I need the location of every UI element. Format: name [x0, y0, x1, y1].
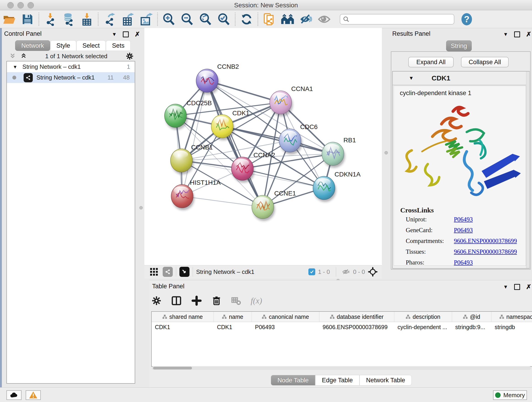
refresh-button[interactable] [237, 12, 256, 27]
node-CCNB2[interactable]: CCNB2 [196, 63, 239, 95]
tab-sets[interactable]: Sets [106, 40, 131, 51]
zoom-out-button[interactable] [178, 12, 196, 27]
panel-close-icon[interactable]: ✗ [526, 31, 531, 38]
zoom-selected-button[interactable] [215, 12, 233, 27]
crosshair-icon[interactable] [368, 267, 378, 277]
expand-all-button[interactable]: Expand All [408, 57, 454, 67]
node-CCNA1[interactable]: CCNA1 [270, 85, 313, 116]
network-collection-row[interactable]: ▼ String Network – cdk1 1 [7, 61, 135, 72]
crosslink-value-link[interactable]: 9606.ENSP00000378699 [454, 237, 517, 245]
export-table-button[interactable] [119, 12, 137, 27]
show-columns-icon[interactable] [171, 295, 182, 306]
export-network-button[interactable] [100, 12, 119, 27]
crosslink-value-link[interactable]: P06493 [454, 227, 473, 234]
documents-share-icon [263, 13, 276, 26]
node-CDKN1A[interactable]: CDKN1A [313, 171, 361, 202]
results-scrollbar-track[interactable] [526, 71, 530, 268]
grid-view-icon[interactable] [149, 267, 158, 276]
collapse-all-button[interactable]: Collapse All [461, 57, 509, 67]
crosslink-row: Uniprot:P06493 [406, 216, 526, 223]
table-cell[interactable]: CDK1 [152, 322, 214, 332]
search-input[interactable] [340, 14, 454, 25]
tab-string[interactable]: String [446, 40, 472, 51]
table-cell[interactable]: P06493 [252, 322, 319, 332]
table-cell[interactable]: stringdb:9... [452, 322, 491, 332]
column-header-database-identifier[interactable]: database identifier [319, 312, 394, 322]
expand-all-chevrons-icon[interactable] [9, 53, 16, 60]
network-canvas[interactable]: CCNB2CCNA1CDC25BCDK1CDC6RB1CCNB1CCNA2CDK… [144, 28, 382, 265]
gear-icon[interactable] [151, 295, 162, 306]
node-HIST1H1A[interactable]: HIST1H1A [171, 179, 221, 210]
node-table[interactable]: shared namenamecanonical namedatabase id… [151, 311, 532, 367]
hide-selected-button[interactable] [297, 12, 315, 27]
panel-collapse-icon[interactable]: ▼ [503, 284, 508, 289]
add-column-icon[interactable] [191, 295, 202, 306]
node-RB1[interactable]: RB1 [322, 137, 356, 168]
panel-close-icon[interactable]: ✗ [526, 284, 531, 290]
column-header-canonical-name[interactable]: canonical name [252, 312, 319, 322]
vertical-splitter-handle[interactable] [139, 206, 143, 210]
birds-eye-view-icon[interactable] [179, 267, 190, 277]
help-button[interactable]: ? [457, 12, 476, 27]
selected-checkbox-icon[interactable] [308, 268, 315, 275]
tab-network-table[interactable]: Network Table [360, 375, 412, 385]
table-cell[interactable]: cyclin-dependent ... [394, 322, 452, 332]
panel-collapse-icon[interactable]: ▼ [503, 32, 508, 37]
column-header-namespace[interactable]: namespace [491, 312, 532, 322]
memory-status-dot [495, 392, 500, 398]
column-header-shared-name[interactable]: shared name [152, 312, 214, 322]
memory-button[interactable]: Memory [493, 390, 527, 400]
section-collapse-icon[interactable]: ▼ [409, 76, 414, 81]
crosslink-value-link[interactable]: P06493 [454, 216, 473, 223]
panel-float-icon[interactable] [514, 284, 520, 290]
table-hscrollbar-thumb[interactable] [153, 367, 192, 370]
node-CDC6[interactable]: CDC6 [279, 123, 317, 154]
tab-edge-table[interactable]: Edge Table [315, 375, 360, 385]
node-CDK1[interactable]: CDK1 [211, 109, 249, 140]
crosslink-value-link[interactable]: 9606.ENSP00000378699 [454, 248, 517, 255]
panel-close-icon[interactable]: ✗ [135, 31, 140, 38]
cloud-button[interactable] [6, 390, 22, 400]
collection-expand-icon[interactable]: ▼ [13, 65, 17, 69]
import-network-from-database-button[interactable] [59, 12, 78, 27]
table-cell[interactable]: stringdb [491, 322, 532, 332]
gear-icon[interactable] [126, 52, 134, 60]
column-header-description[interactable]: description [394, 312, 452, 322]
column-header-id[interactable]: @id [452, 312, 491, 322]
table-row[interactable]: CDK1CDK1P064939606.ENSP00000378699cyclin… [152, 322, 532, 332]
tab-network[interactable]: Network [15, 40, 50, 51]
crosslink-label: GeneCard: [406, 227, 454, 234]
save-session-button[interactable] [18, 12, 37, 27]
panel-float-icon[interactable] [514, 32, 520, 37]
memory-label: Memory [503, 392, 525, 399]
tab-style[interactable]: Style [50, 40, 76, 51]
open-session-button[interactable] [0, 12, 18, 27]
tab-select[interactable]: Select [76, 40, 106, 51]
export-image-button[interactable] [137, 12, 155, 27]
network-row-selected[interactable]: String Network – cdk1 11 48 [7, 72, 135, 83]
table-cell[interactable]: CDK1 [214, 322, 252, 332]
tab-node-table[interactable]: Node Table [271, 375, 315, 385]
edge-CCNB2-CCNE1[interactable] [207, 81, 263, 207]
protein-section-header[interactable]: ▼ CDK1 [393, 71, 529, 85]
vertical-splitter-handle[interactable] [385, 151, 388, 154]
warnings-button[interactable] [26, 390, 41, 400]
panel-collapse-icon[interactable]: ▼ [112, 32, 117, 37]
zoom-in-button[interactable] [160, 12, 178, 27]
collapse-all-chevrons-icon[interactable] [20, 53, 27, 60]
import-network-button[interactable] [41, 12, 59, 27]
string-network-graph[interactable]: CCNB2CCNA1CDC25BCDK1CDC6RB1CCNB1CCNA2CDK… [144, 28, 382, 265]
node-CCNE1[interactable]: CCNE1 [252, 190, 296, 221]
import-table-button[interactable] [78, 12, 96, 27]
clone-network-button[interactable] [260, 12, 278, 27]
crosslink-value-link[interactable]: P06493 [454, 259, 473, 266]
table-cell[interactable]: 9606.ENSP00000378699 [319, 322, 394, 332]
show-all-button[interactable] [315, 12, 333, 27]
zoom-fit-button[interactable] [196, 12, 215, 27]
delete-column-icon[interactable] [211, 295, 222, 306]
network-share-icon[interactable] [163, 267, 173, 277]
column-header-name[interactable]: name [214, 312, 252, 322]
table-hscrollbar[interactable] [152, 366, 531, 370]
panel-float-icon[interactable] [123, 32, 129, 37]
string-home-button[interactable] [278, 12, 297, 27]
